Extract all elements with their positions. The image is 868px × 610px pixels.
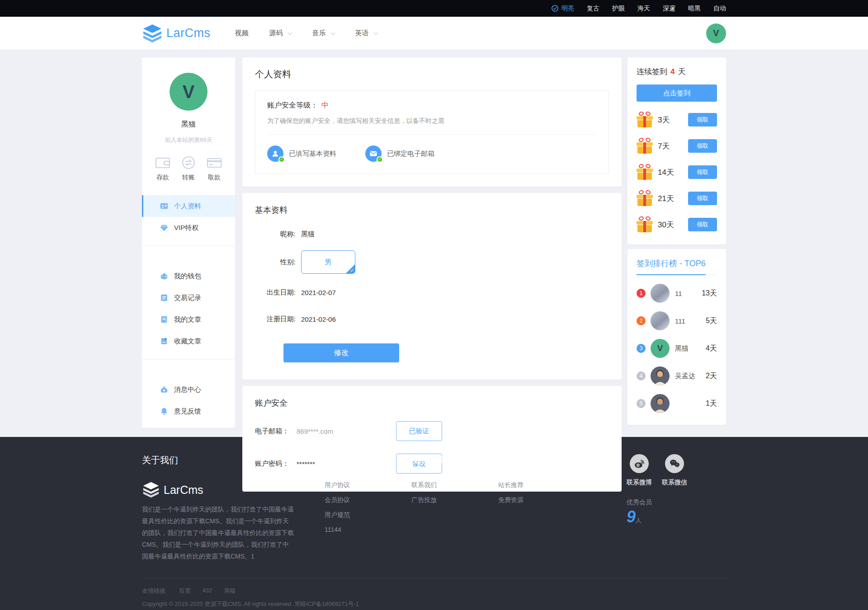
sidebar-nickname: 黑猫 — [142, 120, 235, 129]
deposit-button[interactable]: 存款 — [152, 156, 174, 182]
footer-link[interactable]: 用户规范 — [325, 511, 399, 519]
sidebar-item-vip[interactable]: VIP特权 — [142, 217, 235, 239]
nav-item-video[interactable]: 视频 — [235, 29, 249, 38]
security-statuses: 已填写基本资料 已绑定电子邮箱 — [267, 145, 597, 162]
claim-button[interactable]: 领取 — [688, 165, 717, 179]
gift-icon — [637, 216, 653, 233]
rank-name: 11 — [675, 290, 682, 297]
register-date-row: 注册日期: 2021-02-06 — [255, 315, 609, 324]
footer-col-title: 网站协议 — [325, 454, 399, 466]
footer-brand-name: LarCms — [164, 483, 203, 497]
transactions-file-icon — [160, 294, 168, 302]
sidebar-item-favorites[interactable]: 收藏文章 — [142, 330, 235, 352]
sidebar-item-transactions[interactable]: 交易记录 — [142, 287, 235, 309]
theme-item-label: 自动 — [713, 5, 726, 13]
sidebar-item-label: 交易记录 — [174, 294, 201, 302]
sidebar-item-feedback[interactable]: 意见反馈 — [142, 400, 235, 422]
theme-item-label: 深邃 — [663, 5, 675, 13]
footer-link[interactable]: 广告投放 — [411, 496, 486, 504]
nav-item-source[interactable]: 源码 — [269, 29, 292, 38]
gender-option-label: 男 — [325, 258, 332, 267]
reward-row: 21天 领取 — [637, 190, 717, 206]
sidebar-item-messages[interactable]: 消息中心 — [142, 379, 235, 400]
nav-item-music[interactable]: 音乐 — [312, 29, 335, 38]
bell-icon — [160, 407, 168, 415]
theme-item-retro[interactable]: 复古 — [587, 5, 599, 13]
claim-button[interactable]: 领取 — [688, 139, 717, 153]
status-email-bound: 已绑定电子邮箱 — [365, 145, 434, 162]
gender-option-male[interactable]: 男 — [301, 250, 355, 274]
wallet-op-label: 转账 — [182, 174, 195, 182]
gift-icon — [637, 112, 653, 128]
vip-diamond-icon — [160, 224, 168, 232]
nickname-row: 昵称: 黑猫 — [255, 230, 609, 239]
theme-item-sea[interactable]: 海天 — [637, 5, 650, 13]
signin-button[interactable]: 点击签到 — [637, 84, 717, 102]
footer-grid: 关于我们 LarCms 我们是一个牛逼到炸天的团队，我们打造了中国最牛逼最具性价… — [142, 454, 726, 562]
sidebar-item-label: 消息中心 — [174, 385, 201, 394]
wallet-ops: 存款 转账 取款 — [142, 144, 235, 186]
money-bag-icon — [160, 385, 168, 394]
security-level-label: 账户安全等级： — [267, 101, 318, 109]
check-circle-icon — [552, 5, 558, 12]
claim-button[interactable]: 领取 — [688, 192, 717, 205]
ranking-card: 签到排行榜 - TOP6 1 11 13天 2 111 5天 3 V — [627, 249, 726, 425]
wechat-contact[interactable]: 联系微信 — [662, 454, 687, 487]
reward-days: 7天 — [658, 141, 670, 151]
gender-row: 性别: 男 — [255, 250, 609, 274]
avatar: V — [651, 339, 670, 358]
footer-links: 联系我们 广告投放 — [411, 481, 486, 504]
friend-link[interactable]: 百度 — [179, 587, 191, 595]
claim-button[interactable]: 领取 — [688, 218, 717, 231]
theme-item-label: 护眼 — [612, 5, 625, 13]
theme-item-dark[interactable]: 暗黑 — [688, 5, 701, 13]
avatar — [651, 284, 670, 303]
rank-days: 2天 — [706, 371, 717, 381]
weibo-contact[interactable]: 联系微博 — [627, 454, 652, 487]
reward-row: 7天 领取 — [637, 138, 717, 154]
friend-link[interactable]: 黑猫 — [224, 587, 236, 595]
theme-bar-inner: 明亮 复古 护眼 海天 深邃 暗黑 自动 — [142, 5, 726, 13]
footer-links: 用户协议 会员协议 用户规范 11144 — [325, 481, 399, 533]
withdraw-button[interactable]: 取款 — [203, 156, 225, 182]
footer-link[interactable]: 用户协议 — [325, 481, 399, 489]
footer-link[interactable]: 站长推荐 — [498, 481, 572, 489]
reward-days: 14天 — [658, 167, 674, 178]
security-level: 账户安全等级：中 — [267, 101, 597, 110]
theme-item-label: 明亮 — [561, 5, 574, 13]
footer-logo: LarCms — [142, 482, 325, 498]
transfer-button[interactable]: 转账 — [178, 156, 199, 182]
save-button[interactable]: 修改 — [283, 343, 399, 362]
mail-icon — [365, 145, 382, 162]
members-label: 优秀会员 — [627, 498, 726, 507]
user-icon — [267, 145, 283, 162]
rank-name: 111 — [675, 317, 685, 325]
check-badge-icon — [278, 156, 285, 163]
nav-item-english[interactable]: 英语 — [355, 29, 377, 38]
nav-item-label: 英语 — [355, 29, 369, 38]
sidebar-item-profile[interactable]: 个人资料 — [142, 195, 235, 217]
footer-link[interactable]: 11144 — [325, 526, 399, 533]
theme-item-auto[interactable]: 自动 — [713, 5, 726, 13]
friend-link[interactable]: 432 — [203, 587, 212, 595]
sidebar-item-wallet[interactable]: 我的钱包 — [142, 265, 235, 287]
gift-icon — [637, 190, 653, 206]
footer-col-title: 支持服务 — [411, 454, 486, 466]
chevron-down-icon — [373, 30, 378, 35]
security-level-value: 中 — [321, 101, 329, 109]
claim-button[interactable]: 领取 — [688, 113, 717, 127]
footer-link[interactable]: 会员协议 — [325, 496, 399, 504]
theme-item-bright[interactable]: 明亮 — [552, 5, 574, 13]
sidebar-item-articles[interactable]: 我的文章 — [142, 309, 235, 330]
footer-link[interactable]: 联系我们 — [411, 481, 486, 489]
theme-item-deep[interactable]: 深邃 — [663, 5, 675, 13]
footer-link[interactable]: 免费资源 — [498, 496, 572, 504]
brand-logo[interactable]: LarCms — [142, 24, 211, 43]
email-verified-button[interactable]: 已验证 — [396, 421, 442, 441]
friend-links: 友情链接: 百度 432 黑猫 — [142, 587, 726, 595]
theme-item-eyecare[interactable]: 护眼 — [612, 5, 625, 13]
social-label: 联系微信 — [662, 479, 687, 487]
logo-stack-icon — [142, 24, 163, 43]
wallet-op-label: 存款 — [156, 174, 169, 182]
header-avatar[interactable]: V — [706, 23, 726, 43]
